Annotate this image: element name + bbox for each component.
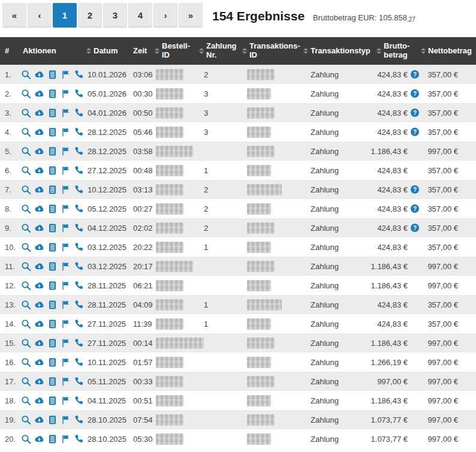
phone-icon[interactable] xyxy=(74,395,84,406)
details-list-icon[interactable] xyxy=(47,184,58,195)
cloud-download-icon[interactable] xyxy=(34,261,44,272)
cloud-download-icon[interactable] xyxy=(34,126,44,137)
phone-icon[interactable] xyxy=(74,433,84,444)
pagination-button[interactable]: ‹ xyxy=(28,3,52,28)
search-icon[interactable] xyxy=(21,395,31,406)
cloud-download-icon[interactable] xyxy=(34,203,44,214)
column-header-nettobetrag[interactable]: Nettobetrag xyxy=(421,37,476,65)
flag-icon[interactable] xyxy=(61,395,71,406)
phone-icon[interactable] xyxy=(74,261,84,272)
details-list-icon[interactable] xyxy=(47,146,58,156)
cloud-download-icon[interactable] xyxy=(34,433,44,444)
details-list-icon[interactable] xyxy=(47,414,58,425)
sort-icon[interactable] xyxy=(242,48,247,54)
sort-icon[interactable] xyxy=(376,48,381,54)
cloud-download-icon[interactable] xyxy=(34,222,44,233)
search-icon[interactable] xyxy=(21,203,31,214)
phone-icon[interactable] xyxy=(74,338,84,348)
details-list-icon[interactable] xyxy=(47,318,58,329)
cloud-download-icon[interactable] xyxy=(34,376,44,387)
flag-icon[interactable] xyxy=(61,146,71,156)
search-icon[interactable] xyxy=(21,318,31,329)
search-icon[interactable] xyxy=(21,242,31,252)
help-icon[interactable]: ? xyxy=(411,70,419,79)
details-list-icon[interactable] xyxy=(47,203,58,214)
details-list-icon[interactable] xyxy=(47,107,58,118)
phone-icon[interactable] xyxy=(74,126,84,137)
details-list-icon[interactable] xyxy=(47,395,58,406)
sort-icon[interactable] xyxy=(86,48,91,54)
details-list-icon[interactable] xyxy=(47,280,58,291)
phone-icon[interactable] xyxy=(74,222,84,233)
phone-icon[interactable] xyxy=(74,242,84,252)
pagination-button[interactable]: 4 xyxy=(128,3,152,28)
cloud-download-icon[interactable] xyxy=(34,184,44,195)
search-icon[interactable] xyxy=(21,107,31,118)
details-list-icon[interactable] xyxy=(47,376,58,387)
flag-icon[interactable] xyxy=(61,184,71,195)
flag-icon[interactable] xyxy=(61,88,71,99)
phone-icon[interactable] xyxy=(74,357,84,367)
help-icon[interactable]: ? xyxy=(411,224,419,232)
details-list-icon[interactable] xyxy=(47,357,58,367)
flag-icon[interactable] xyxy=(61,338,71,348)
flag-icon[interactable] xyxy=(61,222,71,233)
details-list-icon[interactable] xyxy=(47,261,58,272)
details-list-icon[interactable] xyxy=(47,242,58,252)
flag-icon[interactable] xyxy=(61,299,71,310)
pagination-button[interactable]: » xyxy=(179,3,203,28)
sort-icon[interactable] xyxy=(303,48,308,54)
search-icon[interactable] xyxy=(21,69,31,80)
cloud-download-icon[interactable] xyxy=(34,395,44,406)
search-icon[interactable] xyxy=(21,126,31,137)
search-icon[interactable] xyxy=(21,280,31,291)
flag-icon[interactable] xyxy=(61,69,71,80)
phone-icon[interactable] xyxy=(74,146,84,156)
phone-icon[interactable] xyxy=(74,203,84,214)
help-icon[interactable]: ? xyxy=(411,109,419,117)
cloud-download-icon[interactable] xyxy=(34,69,44,80)
details-list-icon[interactable] xyxy=(47,165,58,176)
help-icon[interactable]: ? xyxy=(411,204,419,213)
column-header-datum[interactable]: Datum xyxy=(83,37,128,65)
help-icon[interactable]: ? xyxy=(411,89,419,98)
search-icon[interactable] xyxy=(21,146,31,156)
search-icon[interactable] xyxy=(21,299,31,310)
flag-icon[interactable] xyxy=(61,261,71,272)
flag-icon[interactable] xyxy=(61,242,71,252)
search-icon[interactable] xyxy=(21,433,31,444)
pagination-button[interactable]: 3 xyxy=(103,3,127,28)
phone-icon[interactable] xyxy=(74,376,84,387)
search-icon[interactable] xyxy=(21,261,31,272)
flag-icon[interactable] xyxy=(61,280,71,291)
flag-icon[interactable] xyxy=(61,107,71,118)
details-list-icon[interactable] xyxy=(47,126,58,137)
cloud-download-icon[interactable] xyxy=(34,338,44,348)
cloud-download-icon[interactable] xyxy=(34,318,44,329)
pagination-button[interactable]: 2 xyxy=(78,3,102,28)
sort-icon[interactable] xyxy=(155,48,159,54)
details-list-icon[interactable] xyxy=(47,69,58,80)
cloud-download-icon[interactable] xyxy=(34,414,44,425)
flag-icon[interactable] xyxy=(61,376,71,387)
details-list-icon[interactable] xyxy=(47,338,58,348)
flag-icon[interactable] xyxy=(61,126,71,137)
search-icon[interactable] xyxy=(21,165,31,176)
pagination-button[interactable]: › xyxy=(153,3,177,28)
search-icon[interactable] xyxy=(21,88,31,99)
column-header-zahlung-nr[interactable]: Zahlung Nr. xyxy=(198,37,234,65)
sort-icon[interactable] xyxy=(199,48,204,54)
search-icon[interactable] xyxy=(21,376,31,387)
pagination-button[interactable]: « xyxy=(2,3,26,28)
phone-icon[interactable] xyxy=(74,69,84,80)
search-icon[interactable] xyxy=(21,357,31,367)
phone-icon[interactable] xyxy=(74,280,84,291)
flag-icon[interactable] xyxy=(61,357,71,367)
search-icon[interactable] xyxy=(21,222,31,233)
details-list-icon[interactable] xyxy=(47,299,58,310)
column-header-transaktionstyp[interactable]: Transaktionstyp xyxy=(295,37,361,65)
search-icon[interactable] xyxy=(21,338,31,348)
column-header-transaktions-id[interactable]: Transaktions-ID xyxy=(234,37,295,65)
cloud-download-icon[interactable] xyxy=(34,357,44,367)
cloud-download-icon[interactable] xyxy=(34,280,44,291)
